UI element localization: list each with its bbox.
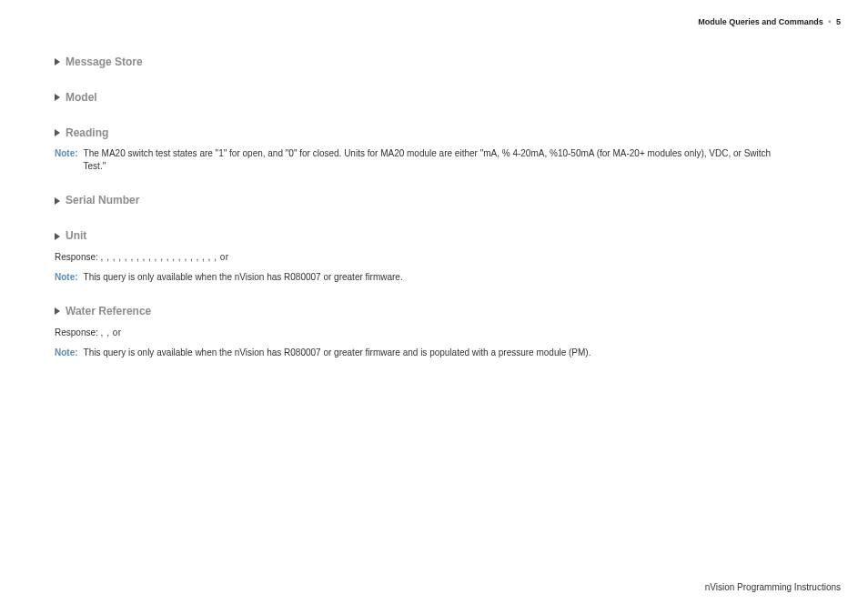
note-row: Note: The MA20 switch test states are "1… xyxy=(55,147,813,173)
note-text: The MA20 switch test states are "1" for … xyxy=(84,147,775,173)
header-section-title: Module Queries and Commands xyxy=(698,17,823,26)
response-label: Response: xyxy=(55,327,98,337)
section-serial-number: Serial Number xyxy=(55,193,813,208)
note-text: This query is only available when the nV… xyxy=(84,347,591,359)
section-head-model[interactable]: Model xyxy=(55,90,813,106)
triangle-right-icon xyxy=(55,129,60,136)
section-head-water-reference[interactable]: Water Reference xyxy=(55,304,813,319)
section-head-unit[interactable]: Unit xyxy=(55,228,813,244)
triangle-right-icon xyxy=(55,307,60,315)
footer-text: nVision Programming Instructions xyxy=(705,582,841,592)
note-label: Note: xyxy=(55,271,78,284)
triangle-right-icon xyxy=(55,233,60,240)
section-water-reference: Water Reference Response: , , or Note: T… xyxy=(55,304,813,359)
response-body: , , or xyxy=(101,327,122,337)
section-message-store: Message Store xyxy=(55,55,813,70)
note-row: Note: This query is only available when … xyxy=(55,271,813,284)
section-title-text: Model xyxy=(66,90,97,106)
note-row: Note: This query is only available when … xyxy=(55,347,813,359)
page-footer-right: nVision Programming Instructions xyxy=(705,581,841,594)
note-label: Note: xyxy=(55,147,78,173)
response-row: Response: , , or xyxy=(55,327,813,339)
response-row: Response: , , , , , , , , , , , , , , , … xyxy=(55,251,813,264)
section-title-text: Water Reference xyxy=(66,304,151,319)
section-title-text: Serial Number xyxy=(66,193,139,208)
triangle-right-icon xyxy=(55,58,60,65)
triangle-right-icon xyxy=(55,94,60,101)
response-label: Response: xyxy=(55,252,98,262)
section-title-text: Unit xyxy=(66,228,86,244)
section-head-message-store[interactable]: Message Store xyxy=(55,55,813,70)
note-text: This query is only available when the nV… xyxy=(84,271,403,284)
section-head-reading[interactable]: Reading xyxy=(55,126,813,141)
content-area: Message Store Model Reading Note: The MA… xyxy=(55,55,813,359)
section-reading: Reading Note: The MA20 switch test state… xyxy=(55,126,813,174)
section-model: Model xyxy=(55,90,813,106)
triangle-right-icon xyxy=(55,197,60,205)
response-body: , , , , , , , , , , , , , , , , , , , , … xyxy=(101,252,229,262)
header-page-number: 5 xyxy=(836,17,841,26)
section-unit: Unit Response: , , , , , , , , , , , , ,… xyxy=(55,228,813,284)
section-title-text: Reading xyxy=(66,126,108,141)
section-title-text: Message Store xyxy=(66,55,143,70)
page-header-right: Module Queries and Commands • 5 xyxy=(698,16,841,28)
section-head-serial-number[interactable]: Serial Number xyxy=(55,193,813,208)
note-label: Note: xyxy=(55,347,78,359)
bullet-icon: • xyxy=(828,17,831,26)
document-page: Module Queries and Commands • 5 Message … xyxy=(0,0,868,614)
